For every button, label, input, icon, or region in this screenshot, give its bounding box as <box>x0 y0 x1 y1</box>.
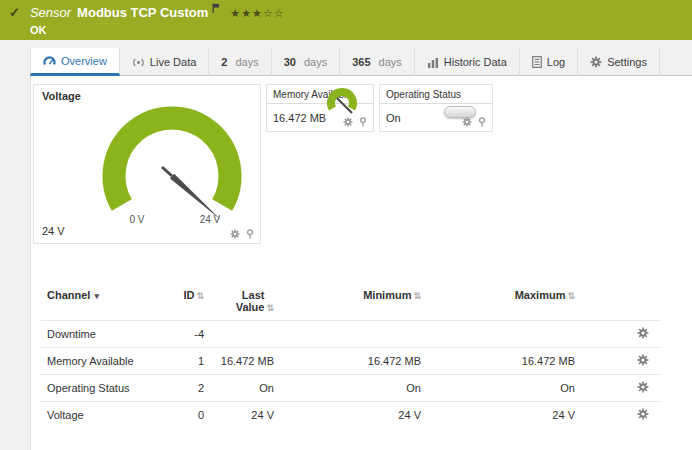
voltage-current-value: 24 V <box>42 225 65 237</box>
column-header-channel-label: Channel <box>47 289 90 301</box>
sensor-overview-page: ✓ Sensor Modbus TCP Custom ★★★☆☆ OK Over… <box>0 0 692 450</box>
channel-settings-gear-icon[interactable] <box>637 354 649 366</box>
priority-flag-icon[interactable] <box>212 2 220 16</box>
sort-icon[interactable]: ⇅ <box>266 303 274 313</box>
settings-gear-icon <box>590 56 602 68</box>
table-row-voltage: Voltage 0 24 V 24 V 24 V <box>41 402 661 429</box>
channel-id-cell: 0 <box>166 402 210 429</box>
sensor-status-text: OK <box>30 24 285 36</box>
channel-last-value-cell: 24 V <box>210 402 280 429</box>
channel-minimum-cell: 24 V <box>280 402 427 429</box>
tab-365-days[interactable]: 365days <box>340 48 415 76</box>
channel-id-cell: 1 <box>166 348 210 375</box>
tab-historic-data-label: Historic Data <box>444 56 507 68</box>
operating-status-panel: Operating Status On <box>379 84 493 132</box>
live-data-icon <box>132 57 145 68</box>
gauge-arc <box>114 118 230 205</box>
channel-table-header-row: Channel▾ ID⇅ Last Value⇅ Minimum⇅ Maximu… <box>41 286 661 321</box>
operating-status-value: On <box>386 112 401 124</box>
channel-maximum-cell: 24 V <box>427 402 581 429</box>
tab-overview-label: Overview <box>61 55 107 67</box>
historic-data-chart-icon <box>427 57 439 68</box>
voltage-gauge-title: Voltage <box>34 85 260 104</box>
gauge-tiles: Voltage 0 V 24 V 24 V Memory Available 1… <box>33 84 690 244</box>
column-header-maximum[interactable]: Maximum⇅ <box>427 286 581 321</box>
memory-mini-gauge <box>324 87 360 121</box>
operating-panel-icons <box>462 117 487 127</box>
channel-settings-cell <box>581 402 661 429</box>
channel-settings-gear-icon[interactable] <box>637 408 649 420</box>
channel-minimum-cell: 16.472 MB <box>280 348 427 375</box>
column-header-last-value-label: Last Value <box>228 289 264 313</box>
tab-overview[interactable]: Overview <box>30 48 120 76</box>
channel-maximum-cell: 16.472 MB <box>427 348 581 375</box>
status-ok-check-icon: ✓ <box>9 6 20 40</box>
channel-id-cell: -4 <box>166 321 210 348</box>
channel-last-value-cell: 16.472 MB <box>210 348 280 375</box>
priority-stars[interactable]: ★★★☆☆ <box>230 6 284 20</box>
column-header-minimum[interactable]: Minimum⇅ <box>280 286 427 321</box>
channel-sort-dropdown-icon[interactable]: ▾ <box>94 291 99 301</box>
sort-icon[interactable]: ⇅ <box>413 291 421 301</box>
gauge-pin-icon[interactable] <box>477 117 487 127</box>
stars-filled: ★★★ <box>230 7 263 19</box>
tab-2-days[interactable]: 2days <box>209 48 271 76</box>
gauge-pin-icon[interactable] <box>245 229 255 239</box>
tab-365-days-unit: days <box>379 56 402 68</box>
channel-name-cell: Operating Status <box>41 375 166 402</box>
table-row-downtime: Downtime -4 <box>41 321 661 348</box>
tab-live-data[interactable]: Live Data <box>120 48 209 76</box>
gauge-needle-tail <box>162 167 172 176</box>
voltage-gauge-panel: Voltage 0 V 24 V 24 V <box>33 84 261 244</box>
channel-table: Channel▾ ID⇅ Last Value⇅ Minimum⇅ Maximu… <box>41 286 661 428</box>
column-header-minimum-label: Minimum <box>363 289 411 301</box>
channel-settings-gear-icon[interactable] <box>637 327 649 339</box>
gauge-pin-icon[interactable] <box>358 117 368 127</box>
memory-current-value: 16.472 MB <box>273 112 326 124</box>
mini-gauge-arc <box>331 92 353 108</box>
stars-empty: ☆☆ <box>263 7 285 19</box>
channel-last-value-cell <box>210 321 280 348</box>
table-row-memory-available: Memory Available 1 16.472 MB 16.472 MB 1… <box>41 348 661 375</box>
operating-status-title: Operating Status <box>380 85 492 104</box>
tab-2-days-number: 2 <box>221 56 227 68</box>
memory-panel-icons <box>343 117 368 127</box>
gauge-settings-gear-icon[interactable] <box>230 229 240 239</box>
channel-maximum-cell: On <box>427 375 581 402</box>
sensor-title-block: Sensor Modbus TCP Custom ★★★☆☆ OK <box>30 6 285 40</box>
sort-icon[interactable]: ⇅ <box>567 291 575 301</box>
channel-settings-cell <box>581 375 661 402</box>
channel-name-cell: Downtime <box>41 321 166 348</box>
column-header-last-value[interactable]: Last Value⇅ <box>210 286 280 321</box>
gauge-scale-min: 0 V <box>129 214 144 225</box>
column-header-settings <box>581 286 661 321</box>
column-header-channel[interactable]: Channel▾ <box>41 286 166 321</box>
sort-icon[interactable]: ⇅ <box>196 291 204 301</box>
tab-30-days-number: 30 <box>284 56 296 68</box>
sensor-header: ✓ Sensor Modbus TCP Custom ★★★☆☆ OK <box>0 0 692 40</box>
column-header-id[interactable]: ID⇅ <box>166 286 210 321</box>
column-header-id-label: ID <box>183 289 194 301</box>
gauge-scale-max: 24 V <box>200 214 221 225</box>
voltage-panel-icons <box>230 229 255 239</box>
tab-settings[interactable]: Settings <box>578 48 660 76</box>
object-kind-label: Sensor <box>30 6 71 20</box>
tab-30-days[interactable]: 30days <box>272 48 341 76</box>
channel-maximum-cell <box>427 321 581 348</box>
channel-settings-cell <box>581 348 661 375</box>
sensor-tabbar: Overview Live Data 2days 30days 365days … <box>30 48 692 76</box>
channel-settings-gear-icon[interactable] <box>637 381 649 393</box>
channel-name-cell: Memory Available <box>41 348 166 375</box>
channel-minimum-cell: On <box>280 375 427 402</box>
gauge-settings-gear-icon[interactable] <box>343 117 353 127</box>
gauge-settings-gear-icon[interactable] <box>462 117 472 127</box>
tab-30-days-unit: days <box>304 56 327 68</box>
memory-gauge-panel: Memory Available 16.472 MB <box>266 84 374 132</box>
channel-id-cell: 2 <box>166 375 210 402</box>
channel-minimum-cell <box>280 321 427 348</box>
log-document-icon <box>532 56 542 68</box>
tab-settings-label: Settings <box>607 56 647 68</box>
sensor-title: Modbus TCP Custom <box>77 6 208 20</box>
tab-log[interactable]: Log <box>520 48 578 76</box>
tab-historic-data[interactable]: Historic Data <box>415 48 520 76</box>
